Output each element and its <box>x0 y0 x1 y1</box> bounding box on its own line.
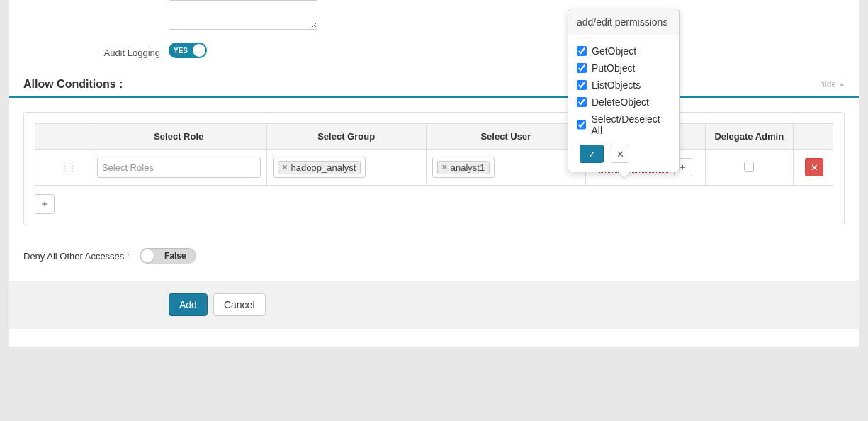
condition-row: ⋮⋮⋮⋮⋮⋮ Select Roles × hadoop_analyst <box>35 150 833 186</box>
perm-label: ListObjects <box>592 79 641 91</box>
perm-checkbox-getobject[interactable] <box>577 46 587 56</box>
deny-all-toggle[interactable]: False <box>140 248 196 264</box>
drag-handle[interactable]: ⋮⋮⋮⋮⋮⋮ <box>35 150 91 186</box>
select-user-input[interactable]: × analyst1 <box>432 157 495 178</box>
cancel-button[interactable]: Cancel <box>213 293 266 316</box>
description-textarea[interactable] <box>169 0 317 30</box>
select-role-input[interactable]: Select Roles <box>97 157 261 178</box>
header-select-role: Select Role <box>91 124 266 150</box>
audit-logging-label: Audit Logging <box>23 43 169 58</box>
permissions-popover: add/edit permissions GetObject PutObject… <box>568 9 680 172</box>
add-button[interactable]: Add <box>169 293 208 316</box>
group-tag-label: hadoop_analyst <box>291 162 356 173</box>
hide-toggle[interactable]: hide <box>820 79 845 89</box>
add-row-button[interactable]: ＋ <box>35 194 55 214</box>
deny-toggle-text: False <box>164 251 186 261</box>
perm-label: DeleteObject <box>592 96 649 108</box>
perm-checkbox-listobjects[interactable] <box>577 80 587 90</box>
perm-checkbox-putobject[interactable] <box>577 63 587 73</box>
role-placeholder: Select Roles <box>102 162 154 173</box>
chevron-up-icon <box>839 83 845 86</box>
perm-checkbox-deleteobject[interactable] <box>577 97 587 107</box>
perm-label: PutObject <box>592 62 635 74</box>
audit-logging-toggle[interactable]: YES <box>169 43 207 58</box>
perm-label: GetObject <box>592 45 636 57</box>
perm-checkbox-selectall[interactable] <box>577 120 586 130</box>
check-icon: ✓ <box>588 149 596 159</box>
popover-title: add/edit permissions <box>568 9 679 35</box>
close-icon: ✕ <box>811 162 818 173</box>
allow-conditions-title: Allow Conditions : <box>23 78 123 91</box>
user-tag-label: analyst1 <box>451 162 485 173</box>
group-tag: × hadoop_analyst <box>278 161 361 174</box>
perm-item[interactable]: GetObject <box>577 43 670 60</box>
remove-row-button[interactable]: ✕ <box>805 158 823 176</box>
perm-item[interactable]: DeleteObject <box>577 94 670 111</box>
header-delegate-admin: Delegate Admin <box>705 124 793 150</box>
hide-label: hide <box>820 79 836 89</box>
perm-item[interactable]: PutObject <box>577 60 670 77</box>
popover-arrow-icon <box>618 172 631 178</box>
plus-icon: ＋ <box>40 198 50 211</box>
perm-item[interactable]: ListObjects <box>577 77 670 94</box>
perm-label: Select/Deselect All <box>591 113 670 136</box>
plus-icon: ＋ <box>678 161 687 174</box>
header-select-user: Select User <box>426 124 585 150</box>
user-tag: × analyst1 <box>437 161 490 174</box>
audit-toggle-text: YES <box>174 47 188 55</box>
close-icon: ✕ <box>616 149 624 159</box>
remove-tag-icon[interactable]: × <box>283 162 288 172</box>
remove-tag-icon[interactable]: × <box>442 162 447 172</box>
select-group-input[interactable]: × hadoop_analyst <box>273 157 366 178</box>
deny-all-label: Deny All Other Accesses : <box>23 251 130 262</box>
confirm-permissions-button[interactable]: ✓ <box>580 145 604 163</box>
perm-item[interactable]: Select/Deselect All <box>577 111 670 139</box>
delegate-admin-checkbox[interactable] <box>744 162 754 172</box>
cancel-permissions-button[interactable]: ✕ <box>611 145 629 163</box>
header-select-group: Select Group <box>266 124 426 150</box>
